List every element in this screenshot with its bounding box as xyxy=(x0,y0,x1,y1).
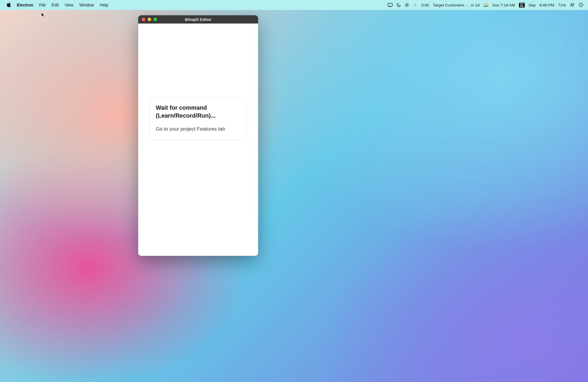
calendar-icon[interactable]: SAT 21 xyxy=(519,3,525,8)
menu-help[interactable]: Help xyxy=(100,3,108,7)
svg-line-10 xyxy=(405,6,406,6)
window-titlebar[interactable]: BlinqIO Editor xyxy=(138,15,258,24)
svg-rect-1 xyxy=(389,7,391,7)
moon-icon[interactable] xyxy=(397,3,401,7)
app-window: BlinqIO Editor Wait for command (Learn/R… xyxy=(138,15,258,256)
menubar-app-name[interactable]: Electron xyxy=(17,3,33,7)
svg-line-9 xyxy=(408,4,408,4)
svg-point-2 xyxy=(406,4,408,6)
svg-rect-0 xyxy=(388,3,392,6)
window-body: Wait for command (Learn/Record/Run)... G… xyxy=(138,24,258,256)
flag-india-icon[interactable] xyxy=(483,4,488,7)
timer-icon[interactable] xyxy=(413,3,417,7)
calendar-icon-day: 21 xyxy=(520,5,523,8)
status-task-text[interactable]: Target Customers -... in 1d xyxy=(433,3,480,7)
menu-file[interactable]: File xyxy=(39,3,46,7)
status-month[interactable]: Sep xyxy=(529,3,536,7)
timer-value[interactable]: 0:00 xyxy=(421,3,429,7)
status-card-heading: Wait for command (Learn/Record/Run)... xyxy=(156,104,240,120)
status-card: Wait for command (Learn/Record/Run)... G… xyxy=(150,97,247,140)
window-minimize-button[interactable] xyxy=(148,18,151,21)
menu-window[interactable]: Window xyxy=(79,3,94,7)
user-switch-icon[interactable] xyxy=(570,3,575,7)
clock-outline-icon[interactable] xyxy=(579,3,583,7)
cursor-icon xyxy=(41,12,45,19)
menu-edit[interactable]: Edit xyxy=(52,3,59,7)
svg-point-14 xyxy=(573,4,574,5)
window-close-button[interactable] xyxy=(142,18,145,21)
svg-line-8 xyxy=(408,6,408,6)
display-icon[interactable] xyxy=(387,3,393,7)
clock-primary[interactable]: 9:48 PM xyxy=(539,3,554,7)
battery-percent[interactable]: 71% xyxy=(558,3,566,7)
apple-menu-icon[interactable] xyxy=(6,2,11,8)
status-card-body: Go to your project Features tab xyxy=(156,126,240,132)
clock-secondary[interactable]: Sun 7:18 AM xyxy=(492,3,515,7)
desktop: Electron File Edit View Window Help 0:00… xyxy=(0,0,588,382)
svg-point-12 xyxy=(415,5,416,6)
svg-line-7 xyxy=(405,4,406,4)
macos-menubar: Electron File Edit View Window Help 0:00… xyxy=(0,0,588,10)
traffic-lights xyxy=(138,18,157,21)
menubar-left: Electron File Edit View Window Help xyxy=(6,2,108,8)
svg-point-13 xyxy=(571,4,572,5)
sun-icon[interactable] xyxy=(405,3,409,7)
menubar-right: 0:00 Target Customers -... in 1d Sun 7:1… xyxy=(387,3,583,8)
window-zoom-button[interactable] xyxy=(153,18,157,21)
menu-view[interactable]: View xyxy=(65,3,74,7)
